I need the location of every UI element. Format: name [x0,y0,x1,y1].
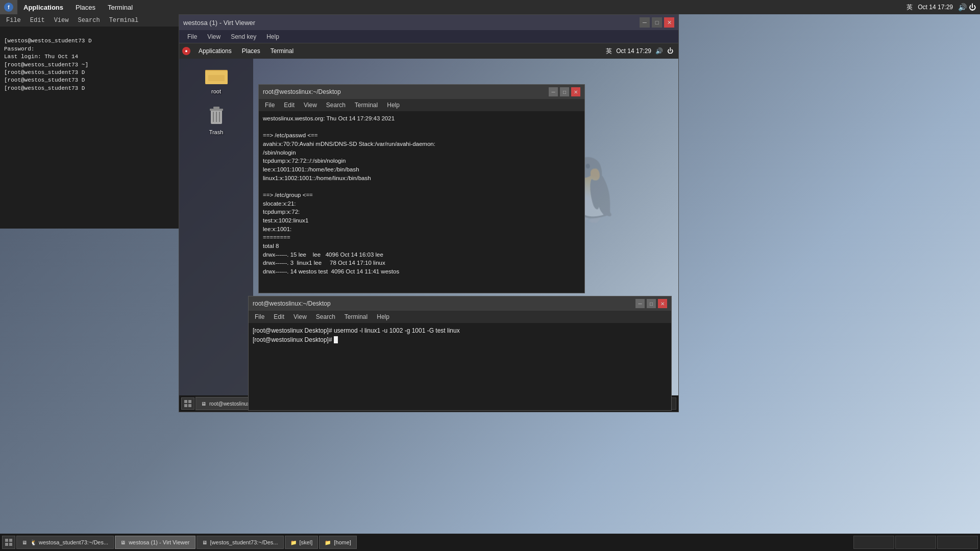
taskbar-right-box1 [853,536,894,549]
trash-icon [205,105,228,127]
inner-apps-icon[interactable]: ● [179,43,193,59]
inner-lower-titlebar: root@westoslinux:~/Desktop ─ □ ✕ [249,296,671,311]
inner-upper-maximize[interactable]: □ [560,87,569,96]
inner-topbar: ● Applications Places Terminal 英 Oct 14 … [179,43,678,59]
inner-lower-menu-view[interactable]: View [289,311,311,323]
outer-term-menu-terminal[interactable]: Terminal [105,14,143,27]
inner-lower-menu-terminal[interactable]: Terminal [340,311,372,323]
inner-icon-trash[interactable]: Trash [196,105,237,135]
inner-lower-title: root@westoslinux:~/Desktop [253,300,331,307]
inner-upper-minimize[interactable]: ─ [549,87,558,96]
outer-bottom-taskbar: 🖥 🐧 westosa_student73:~/Des... 🖥 westosa… [0,534,980,551]
topbar-right: 英 Oct 14 17:29 🔊 ⏻ [906,3,980,12]
outer-terminal-window: File Edit View Search Terminal [westos@w… [0,14,179,229]
outer-topbar: f Applications Places Terminal 英 Oct 14 … [0,0,980,14]
outer-taskbar-btn-1[interactable]: 🖥 🐧 westosa_student73:~/Des... [16,536,114,549]
inner-lower-menubar: File Edit View Search Terminal Help [249,311,671,323]
inner-terminal-lower: root@westoslinux:~/Desktop ─ □ ✕ File Ed… [248,296,672,411]
virt-menu-sendkey[interactable]: Send key [226,30,261,43]
svg-rect-5 [210,109,223,111]
virt-menu-file[interactable]: File [182,30,202,43]
taskbar-btn5-icon: 📁 [325,540,331,545]
svg-rect-28 [9,539,12,542]
virt-viewer-title: westosa (1) - Virt Viewer [183,19,255,27]
inner-upper-close[interactable]: ✕ [571,87,580,96]
taskbar-apps-icon[interactable] [2,536,15,549]
inner-lower-menu-search[interactable]: Search [312,311,339,323]
inner-lower-controls: ─ □ ✕ [635,299,667,308]
inner-lower-content[interactable]: [root@westoslinux Desktop]# usermod -l l… [249,323,671,410]
inner-lower-close[interactable]: ✕ [658,299,667,308]
inner-topbar-lang: 英 [606,47,612,56]
inner-desktop: ● Applications Places Terminal 英 Oct 14 … [179,43,678,412]
trash-label: Trash [209,129,224,135]
svg-rect-10 [184,400,187,403]
outer-taskbar-btn-2[interactable]: 🖥 westosa (1) - Virt Viewer [115,536,195,549]
virt-minimize-button[interactable]: ─ [640,17,650,28]
inner-upper-menu-file[interactable]: File [261,99,279,111]
taskbar-btn3-icon: 🖥 [202,540,207,545]
inner-taskbar-btn1-icon: 🖥 [201,401,206,407]
virt-maximize-button[interactable]: □ [652,17,662,28]
svg-rect-11 [188,400,191,403]
sound-icon[interactable]: 🔊 [958,3,967,11]
outer-term-menu-search[interactable]: Search [74,14,104,27]
topbar-left: f Applications Places Terminal [0,0,139,14]
inner-upper-menu-edit[interactable]: Edit [280,99,299,111]
outer-term-menu-file[interactable]: File [2,14,25,27]
topbar-clock: Oct 14 17:29 [915,4,956,11]
taskbar-btn2-icon: 🖥 [120,540,126,545]
power-icon[interactable]: ⏻ [969,3,976,11]
virt-menu-help[interactable]: Help [261,30,284,43]
svg-rect-27 [5,539,8,542]
virt-viewer-menubar: File View Send key Help [179,30,678,43]
svg-rect-30 [9,543,12,546]
inner-upper-menu-help[interactable]: Help [383,99,404,111]
svg-rect-13 [188,404,191,407]
outer-term-menu-view[interactable]: View [50,14,73,27]
taskbar-btn5-label: [home] [334,539,351,545]
outer-terminal-menubar: File Edit View Search Terminal [0,14,179,27]
inner-lower-menu-file[interactable]: File [251,311,268,323]
outer-term-menu-edit[interactable]: Edit [26,14,49,27]
topbar-places[interactable]: Places [69,0,102,14]
inner-lower-menu-help[interactable]: Help [373,311,394,323]
inner-power-icon[interactable]: ⏻ [667,47,673,55]
virt-viewer-content: ● Applications Places Terminal 英 Oct 14 … [179,43,678,412]
outer-taskbar-btn-5[interactable]: 📁 [home] [319,536,357,549]
svg-rect-6 [213,107,219,109]
inner-upper-menu-terminal[interactable]: Terminal [351,99,382,111]
inner-lower-menu-edit[interactable]: Edit [270,311,288,323]
inner-upper-menu-view[interactable]: View [300,99,321,111]
inner-topbar-terminal[interactable]: Terminal [265,43,299,59]
inner-upper-titlebar: root@westoslinux:~/Desktop ─ □ ✕ [259,85,584,99]
inner-icon-root[interactable]: root [196,64,237,94]
inner-sound-icon[interactable]: 🔊 [655,47,663,55]
topbar-terminal[interactable]: Terminal [102,0,139,14]
inner-upper-title: root@westoslinux:~/Desktop [263,88,341,95]
virt-menu-view[interactable]: View [202,30,226,43]
outer-terminal-content[interactable]: [westos@westos_student73 D Password: Las… [0,27,179,229]
topbar-lang: 英 [906,3,913,12]
outer-taskbar-btn-4[interactable]: 📁 [skel] [285,536,318,549]
inner-upper-controls: ─ □ ✕ [549,87,580,96]
svg-rect-29 [5,543,8,546]
inner-topbar-places[interactable]: Places [237,43,265,59]
inner-topbar-right: 英 Oct 14 17:29 🔊 ⏻ [606,47,678,56]
inner-taskbar-icon[interactable] [181,397,194,410]
inner-upper-menu-search[interactable]: Search [322,99,350,111]
inner-topbar-applications[interactable]: Applications [193,43,237,59]
inner-lower-minimize[interactable]: ─ [635,299,645,308]
virt-viewer-titlebar: westosa (1) - Virt Viewer ─ □ ✕ [179,15,678,30]
taskbar-btn1-label: 🐧 westosa_student73:~/Des... [30,539,108,546]
taskbar-btn3-label: [westos_student73:~/Des... [210,539,278,545]
inner-lower-maximize[interactable]: □ [647,299,656,308]
virt-close-button[interactable]: ✕ [664,17,674,28]
taskbar-btn4-label: [skel] [300,539,313,545]
inner-upper-content[interactable]: westoslinux.westos.org: Thu Oct 14 17:29… [259,111,584,293]
topbar-applications[interactable]: Applications [17,0,69,14]
apps-menu-icon[interactable]: f [0,0,17,14]
svg-rect-12 [184,404,187,407]
inner-upper-menubar: File Edit View Search Terminal Help [259,99,584,111]
outer-taskbar-btn-3[interactable]: 🖥 [westos_student73:~/Des... [197,536,284,549]
